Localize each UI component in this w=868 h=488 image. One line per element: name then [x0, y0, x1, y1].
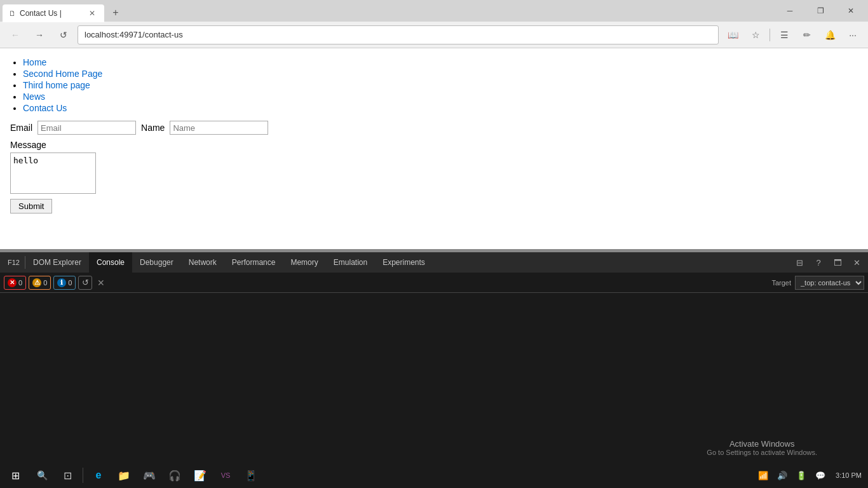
hub-icon[interactable]: ☰: [774, 25, 794, 45]
taskbar-file-icon[interactable]: 📁: [112, 464, 135, 487]
devtools-help-icon[interactable]: ?: [810, 254, 827, 271]
new-tab-button[interactable]: +: [107, 4, 125, 22]
nav-link-third[interactable]: Third home page: [23, 80, 90, 90]
tab-title: Contact Us |: [20, 9, 83, 18]
title-bar: 🗋 Contact Us | ✕ + ─ ❐ ✕: [0, 0, 868, 22]
email-label: Email: [10, 123, 32, 133]
submit-button[interactable]: Submit: [10, 199, 52, 214]
info-count: 0: [68, 279, 72, 287]
tab-experiments[interactable]: Experiments: [375, 252, 433, 273]
name-field[interactable]: [170, 121, 268, 135]
error-icon: ✕: [8, 278, 17, 287]
site-navigation: Home Second Home Page Third home page Ne…: [10, 57, 858, 113]
contact-form: Email Name Message hello Submit: [10, 121, 858, 214]
taskbar: ⊞ 🔍 ⊡ e 📁 🎮 🎧 📝 VS 📱 📶 🔊 🔋 💬 3:10 PM Act…: [0, 463, 868, 488]
browser-window: 🗋 Contact Us | ✕ + ─ ❐ ✕ ← → ↺ localhost…: [0, 0, 868, 488]
nav-link-home[interactable]: Home: [23, 57, 46, 67]
tab-emulation[interactable]: Emulation: [326, 252, 375, 273]
nav-link-contact[interactable]: Contact Us: [23, 103, 67, 113]
devtools-panel: F12 DOM Explorer Console Debugger Networ…: [0, 251, 868, 463]
toolbar-icons: 📖 ☆ ☰ ✏ 🔔 ···: [722, 25, 863, 45]
list-item: News: [23, 92, 858, 102]
tab-close-button[interactable]: ✕: [86, 8, 98, 19]
devtools-popout-icon[interactable]: 🗖: [829, 254, 846, 271]
tab-dom-explorer[interactable]: DOM Explorer: [25, 252, 89, 273]
target-label: Target: [771, 279, 791, 287]
tab-page-icon: 🗋: [9, 10, 16, 17]
restore-button[interactable]: ❐: [806, 0, 835, 22]
more-icon[interactable]: ···: [843, 25, 863, 45]
start-button[interactable]: ⊞: [3, 463, 28, 488]
refresh-button[interactable]: ↺: [53, 25, 74, 45]
info-badge[interactable]: ℹ 0: [53, 276, 76, 290]
system-tray: 📶 🔊 🔋 💬: [754, 466, 829, 484]
tab-network[interactable]: Network: [181, 252, 224, 273]
name-label: Name: [141, 123, 165, 133]
back-button[interactable]: ←: [5, 25, 25, 45]
page-area: Home Second Home Page Third home page Ne…: [0, 48, 868, 249]
task-view-button[interactable]: ⊡: [56, 464, 79, 487]
email-row: Email Name: [10, 121, 858, 135]
message-field[interactable]: hello: [10, 152, 96, 194]
warn-icon: ⚠: [32, 278, 41, 287]
tab-console[interactable]: Console: [89, 252, 132, 273]
nav-link-news[interactable]: News: [23, 92, 45, 102]
nav-bar: ← → ↺ localhost:49971/contact-us 📖 ☆ ☰ ✏…: [0, 22, 868, 48]
network-icon[interactable]: 📶: [754, 466, 772, 484]
active-tab[interactable]: 🗋 Contact Us | ✕: [3, 4, 104, 22]
tab-debugger[interactable]: Debugger: [132, 252, 181, 273]
favorites-icon[interactable]: ☆: [745, 25, 766, 45]
address-text: localhost:49971/contact-us: [85, 30, 183, 39]
nav-link-second[interactable]: Second Home Page: [23, 69, 102, 79]
browser-body: Home Second Home Page Third home page Ne…: [0, 48, 868, 463]
volume-icon[interactable]: 🔊: [773, 466, 791, 484]
taskbar-edge-icon[interactable]: e: [87, 464, 110, 487]
list-item: Home: [23, 57, 858, 67]
devtools-dock-icon[interactable]: ⊟: [790, 254, 808, 271]
target-select[interactable]: _top: contact-us: [795, 276, 864, 290]
error-count: 0: [18, 279, 22, 287]
warn-badge[interactable]: ⚠ 0: [29, 276, 51, 290]
list-item: Contact Us: [23, 103, 858, 113]
taskbar-separator: [83, 468, 83, 483]
minimize-button[interactable]: ─: [775, 0, 804, 22]
message-label: Message: [10, 140, 858, 150]
info-icon: ℹ: [57, 278, 66, 287]
error-badge[interactable]: ✕ 0: [4, 276, 26, 290]
close-button[interactable]: ✕: [836, 0, 865, 22]
devtools-close-icon[interactable]: ✕: [848, 254, 865, 271]
tab-memory[interactable]: Memory: [283, 252, 325, 273]
console-toolbar: ✕ 0 ⚠ 0 ℹ 0 ↺ ✕ Target: [0, 273, 868, 293]
console-refresh-button[interactable]: ↺: [78, 276, 92, 290]
web-note-icon[interactable]: ✏: [797, 25, 817, 45]
taskbar-steam-icon[interactable]: 🎮: [138, 464, 161, 487]
tab-performance[interactable]: Performance: [224, 252, 283, 273]
taskbar-vs-icon[interactable]: VS: [214, 464, 237, 487]
console-target-area: Target _top: contact-us: [771, 276, 864, 290]
console-clear-button[interactable]: ✕: [95, 278, 107, 288]
tab-area: 🗋 Contact Us | ✕ +: [3, 0, 775, 22]
notifications-icon[interactable]: 🔔: [820, 25, 840, 45]
forward-button[interactable]: →: [29, 25, 50, 45]
page-and-devtools: Home Second Home Page Third home page Ne…: [0, 48, 868, 463]
taskbar-music-icon[interactable]: 🎧: [163, 464, 186, 487]
warn-count: 0: [43, 279, 47, 287]
taskbar-right: 📶 🔊 🔋 💬 3:10 PM: [754, 466, 865, 484]
console-body: [0, 293, 868, 463]
window-controls: ─ ❐ ✕: [775, 0, 865, 22]
reader-view-icon[interactable]: 📖: [722, 25, 743, 45]
f12-label: F12: [3, 252, 25, 273]
search-button[interactable]: 🔍: [31, 464, 53, 487]
email-field[interactable]: [37, 121, 136, 135]
list-item: Third home page: [23, 80, 858, 90]
notification-center-icon[interactable]: 💬: [811, 466, 829, 484]
devtools-right-icons: ⊟ ? 🗖 ✕: [790, 254, 865, 271]
system-clock[interactable]: 3:10 PM: [832, 471, 865, 479]
taskbar-notepad-icon[interactable]: 📝: [189, 464, 212, 487]
address-bar[interactable]: localhost:49971/contact-us: [78, 25, 719, 44]
taskbar-app-icon[interactable]: 📱: [240, 464, 262, 487]
devtools-tab-bar: F12 DOM Explorer Console Debugger Networ…: [0, 252, 868, 273]
battery-icon[interactable]: 🔋: [792, 466, 810, 484]
clock-time: 3:10 PM: [836, 471, 862, 479]
list-item: Second Home Page: [23, 69, 858, 79]
